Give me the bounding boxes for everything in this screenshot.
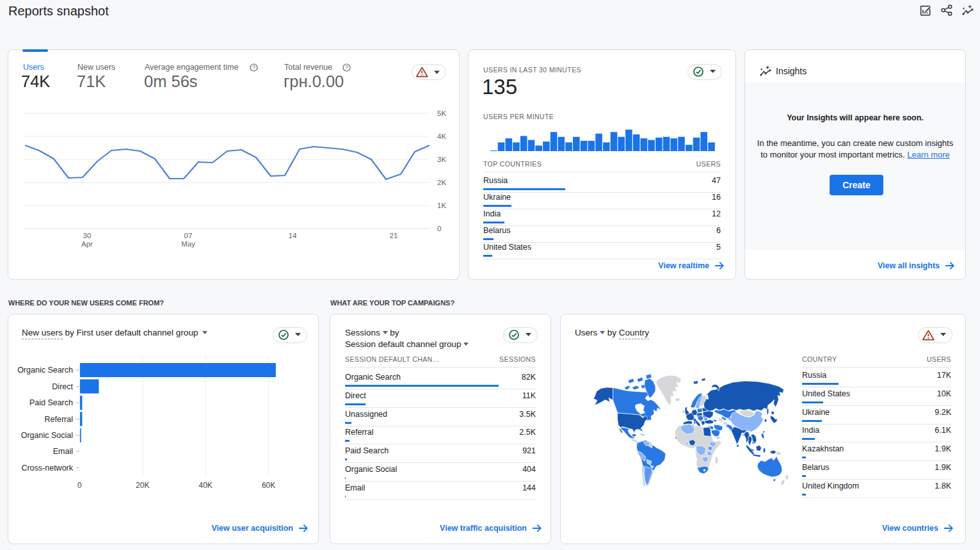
svg-text:30: 30	[83, 232, 92, 239]
svg-text:4K: 4K	[437, 133, 446, 140]
svg-text:1K: 1K	[437, 202, 446, 209]
svg-text:2K: 2K	[437, 179, 446, 186]
svg-text:Paid Search: Paid Search	[29, 398, 73, 407]
svg-text:21: 21	[390, 232, 398, 239]
svg-text:60K: 60K	[262, 481, 275, 490]
svg-text:Apr: Apr	[81, 240, 93, 248]
svg-text:3K: 3K	[437, 156, 446, 163]
svg-text:20K: 20K	[136, 481, 149, 490]
svg-text:Organic Search: Organic Search	[17, 366, 73, 375]
svg-text:14: 14	[289, 232, 297, 239]
svg-text:Email: Email	[53, 447, 73, 456]
svg-text:40K: 40K	[199, 481, 213, 490]
svg-text:0: 0	[77, 481, 82, 490]
svg-text:07: 07	[184, 232, 193, 239]
svg-text:Direct: Direct	[52, 382, 73, 391]
svg-text:Cross-network: Cross-network	[21, 464, 73, 473]
svg-text:0: 0	[437, 225, 441, 232]
svg-text:5K: 5K	[437, 109, 446, 117]
svg-text:May: May	[181, 240, 195, 248]
svg-text:Referral: Referral	[45, 415, 73, 424]
svg-text:Organic Social: Organic Social	[21, 431, 73, 440]
